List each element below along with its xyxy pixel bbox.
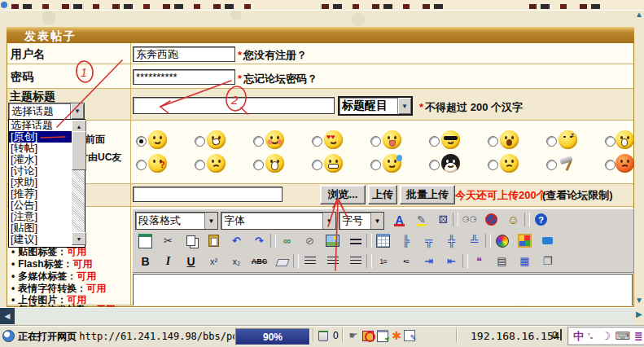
ime-menu-icon[interactable]: ≣: [634, 330, 643, 342]
emoticon-radio[interactable]: [488, 160, 498, 170]
password-input[interactable]: [133, 69, 235, 85]
insert-link-icon[interactable]: ∞: [277, 232, 297, 249]
dropdown-scrollbar[interactable]: ▲ ▼: [72, 120, 85, 245]
new-document-icon[interactable]: [135, 232, 156, 249]
emoticon-radio[interactable]: [429, 136, 440, 147]
horizontal-rule-icon[interactable]: [345, 232, 366, 249]
ordered-list-icon[interactable]: 1≡: [373, 253, 393, 270]
copy-icon[interactable]: [181, 232, 201, 249]
media-icon[interactable]: [515, 232, 535, 249]
upload-button[interactable]: 上传: [368, 185, 397, 204]
align-center-icon[interactable]: [322, 253, 343, 270]
comment-icon[interactable]: [537, 232, 558, 249]
font-color-icon[interactable]: A: [389, 211, 410, 228]
emoticon-radio[interactable]: [370, 136, 381, 147]
topic-option[interactable]: [注意]: [9, 211, 72, 222]
find-icon[interactable]: ⚆⚆: [459, 211, 480, 228]
emoticon-radio[interactable]: [546, 160, 557, 170]
topic-option[interactable]: [讨论]: [9, 165, 72, 177]
paste-document-icon[interactable]: ▤: [492, 253, 512, 270]
special-char-dice-icon[interactable]: ⚄: [433, 211, 453, 228]
chevron-down-icon[interactable]: ▼: [204, 213, 217, 229]
topic-option[interactable]: [推荐]: [9, 188, 72, 200]
topic-category-select[interactable]: 选择话题 ▼: [8, 103, 85, 120]
topic-option[interactable]: [求助]: [9, 177, 72, 188]
emoticon-angry-icon[interactable]: [207, 154, 226, 173]
emoticon-penguin-icon[interactable]: [441, 154, 460, 173]
trash-icon[interactable]: [317, 329, 330, 342]
emoticon-radio[interactable]: [136, 160, 147, 170]
topic-option[interactable]: [公告]: [9, 200, 72, 211]
font-select[interactable]: 字体 ▼: [221, 212, 336, 230]
emoticon-radio[interactable]: [195, 160, 205, 170]
forum-limit-link[interactable]: (查看论坛限制): [542, 188, 613, 203]
insert-image-icon[interactable]: [322, 232, 343, 249]
forbid-stamp-icon[interactable]: [481, 211, 502, 228]
emoticon-giggle-icon[interactable]: [207, 130, 226, 149]
scroll-down-icon[interactable]: ▼: [72, 232, 86, 245]
emoticon-hammer-icon[interactable]: [559, 154, 577, 173]
font-size-select[interactable]: 字号 ▼: [339, 212, 384, 230]
emoticon-radio[interactable]: [136, 136, 147, 147]
cut-icon[interactable]: ✂: [158, 232, 178, 249]
emoticon-grimace-icon[interactable]: [324, 154, 343, 173]
ime-punctuation-icon[interactable]: ’。: [588, 331, 598, 341]
message-editor-area[interactable]: [133, 274, 633, 305]
emoticon-radio[interactable]: [253, 136, 264, 147]
emoticon-radio[interactable]: [312, 160, 322, 170]
title-input[interactable]: [133, 97, 335, 114]
copy-document-icon[interactable]: ❐: [537, 253, 558, 270]
split-cell-icon[interactable]: ╩: [464, 232, 484, 249]
align-left-icon[interactable]: [300, 253, 320, 270]
edit-icon[interactable]: [403, 329, 416, 342]
emoticon-sad-icon[interactable]: [500, 154, 519, 173]
emoticon-cool-icon[interactable]: [441, 130, 460, 149]
upload-file-input[interactable]: [133, 187, 283, 202]
chevron-down-icon[interactable]: ▼: [70, 103, 84, 119]
capture-icon[interactable]: [376, 329, 389, 342]
emoticon-smile-icon[interactable]: [148, 130, 167, 149]
flash-icon[interactable]: ✱: [390, 329, 403, 342]
page-scroll-down-icon[interactable]: ▼: [635, 296, 643, 305]
superscript-icon[interactable]: x²: [204, 253, 224, 270]
highlight-icon[interactable]: ✎: [411, 211, 432, 228]
code-icon[interactable]: ▦: [515, 253, 535, 270]
scroll-left-icon[interactable]: ◀: [0, 308, 15, 324]
emoticon-yawn-icon[interactable]: [265, 154, 284, 173]
bullet-list-icon[interactable]: •≡: [396, 253, 416, 270]
page-scroll-right-icon[interactable]: ▶: [636, 310, 642, 318]
username-input[interactable]: [133, 46, 235, 62]
offline-icon[interactable]: ☛: [347, 329, 360, 342]
chevron-down-icon[interactable]: ▼: [370, 213, 383, 229]
strikethrough-icon[interactable]: ABC: [249, 253, 269, 270]
align-right-icon[interactable]: [345, 253, 366, 270]
emoticon-blush-icon[interactable]: [265, 130, 284, 149]
insert-table-icon[interactable]: [373, 232, 393, 249]
insert-column-icon[interactable]: ╠: [396, 232, 416, 249]
title-style-select[interactable]: 标题醒目 ▼: [338, 96, 413, 116]
underline-icon[interactable]: U: [181, 253, 201, 270]
emoticon-surprise-icon[interactable]: [616, 130, 634, 149]
topic-option[interactable]: [贴图]: [9, 222, 72, 234]
emoticon-sweat-icon[interactable]: [383, 154, 401, 173]
ime-width-icon[interactable]: ☽: [602, 330, 611, 342]
emoticon-tongue-icon[interactable]: [383, 130, 401, 149]
scrollbar-thumb[interactable]: [72, 131, 86, 170]
browse-button[interactable]: 浏览...: [320, 185, 366, 204]
emoticon-love-eyes-icon[interactable]: [324, 130, 343, 149]
outdent-icon[interactable]: ⇤: [441, 253, 462, 270]
emoticon-radio[interactable]: [370, 160, 381, 170]
topic-option[interactable]: 选择话题: [9, 120, 72, 131]
emoticon-radio[interactable]: [195, 136, 205, 147]
horizontal-scrollbar[interactable]: [0, 307, 634, 325]
quote-icon[interactable]: ❝: [469, 253, 489, 270]
emoticon-radio[interactable]: [429, 160, 440, 170]
topic-option-selected[interactable]: [原创]: [9, 131, 72, 143]
emoticon-radio[interactable]: [253, 160, 264, 170]
popup-blocked-icon[interactable]: [361, 329, 375, 342]
ime-chinese-icon[interactable]: 中: [573, 329, 584, 344]
bold-icon[interactable]: B: [135, 253, 156, 270]
emoticon-question-icon[interactable]: [148, 154, 167, 173]
ime-keyboard-icon[interactable]: ⌨: [615, 330, 630, 342]
emoticon-sleepy-icon[interactable]: [559, 130, 577, 149]
